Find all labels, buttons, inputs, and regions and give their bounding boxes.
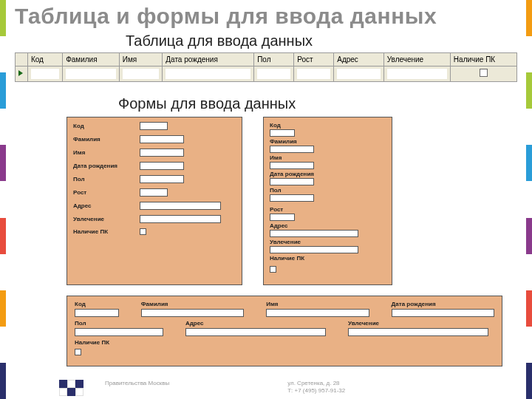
col-uvlechenie: Увлечение (383, 52, 450, 66)
label-imya: Имя (73, 149, 140, 156)
label-uvlechenie-b: Увлечение (270, 239, 386, 245)
col-pk: Наличие ПК (450, 52, 516, 66)
checkbox-pk-form-b[interactable] (270, 266, 276, 273)
data-entry-table: Код Фамилия Имя Дата рождения Пол Рост А… (15, 52, 517, 82)
form-columnar: Код Фамилия Имя Дата рождения Пол Рост А… (66, 117, 242, 285)
col-data: Дата рождения (163, 52, 254, 66)
label-familia: Фамилия (73, 136, 140, 143)
field-uvlechenie[interactable] (140, 215, 221, 223)
col-familia: Фамилия (63, 52, 120, 66)
label-data-b: Дата рождения (270, 171, 386, 177)
input-imya[interactable] (123, 69, 160, 79)
table-row[interactable] (16, 66, 517, 81)
label-uvlechenie-w: Увлечение (348, 320, 488, 327)
col-kod: Код (27, 52, 62, 66)
field-rost[interactable] (140, 188, 168, 197)
form-tabular: Код Фамилия Имя Дата рождения Пол Адрес … (66, 296, 502, 366)
footer-tel: Т: +7 (495) 957-91-32 (287, 387, 345, 395)
label-pk: Наличие ПК (73, 228, 140, 235)
label-pk-b: Наличие ПК (270, 255, 386, 262)
col-imya: Имя (119, 52, 163, 66)
field-adres-w[interactable] (185, 328, 326, 336)
slide-footer: Правительства Москвы ул. Сретенка, д. 28… (59, 380, 502, 396)
field-data-w[interactable] (392, 309, 494, 317)
table-header-row: Код Фамилия Имя Дата рождения Пол Рост А… (16, 52, 517, 66)
label-kod: Код (73, 123, 140, 129)
label-familia-b: Фамилия (270, 138, 386, 145)
footer-addr: ул. Сретенка, д. 28 (287, 380, 345, 387)
field-data-b[interactable] (270, 178, 314, 185)
col-adres: Адрес (334, 52, 384, 66)
label-adres-b: Адрес (270, 222, 386, 229)
field-imya-w[interactable] (266, 309, 369, 317)
label-pol: Пол (73, 176, 140, 183)
label-data: Дата рождения (73, 163, 140, 169)
logo-icon (59, 380, 95, 396)
label-familia-w: Фамилия (141, 301, 244, 307)
field-familia-w[interactable] (141, 309, 244, 317)
field-adres-b[interactable] (270, 230, 358, 237)
label-pol-w: Пол (75, 320, 163, 327)
label-imya-w: Имя (266, 301, 369, 307)
label-rost-b: Рост (270, 206, 386, 213)
label-pk-w: Наличие ПК (75, 339, 109, 346)
field-pol-w[interactable] (75, 328, 163, 336)
field-kod[interactable] (140, 122, 168, 130)
input-rost[interactable] (297, 69, 330, 79)
page-title: Таблица и формы для ввода данных (15, 4, 517, 28)
field-uvlechenie-w[interactable] (348, 328, 488, 336)
input-data[interactable] (166, 69, 250, 79)
row-selector-icon[interactable] (16, 66, 28, 81)
label-rost: Рост (73, 189, 140, 196)
field-data[interactable] (140, 162, 184, 170)
field-imya[interactable] (140, 149, 184, 157)
col-rost: Рост (294, 52, 334, 66)
label-uvlechenie: Увлечение (73, 216, 140, 222)
table-section-heading: Таблица для ввода данных (126, 33, 517, 50)
field-kod-w[interactable] (75, 309, 119, 317)
input-adres[interactable] (337, 69, 381, 79)
label-kod-w: Код (75, 301, 119, 307)
footer-org: Правительства Москвы (105, 380, 169, 387)
input-kod[interactable] (31, 69, 59, 79)
field-uvlechenie-b[interactable] (270, 246, 358, 253)
field-pol-b[interactable] (270, 194, 314, 202)
input-familia[interactable] (66, 69, 116, 79)
label-imya-b: Имя (270, 154, 386, 161)
input-pol[interactable] (257, 69, 290, 79)
field-rost-b[interactable] (270, 214, 295, 221)
col-pol: Пол (254, 52, 294, 66)
input-uvlechenie[interactable] (387, 69, 447, 79)
checkbox-pk[interactable] (480, 69, 488, 77)
field-familia[interactable] (140, 135, 184, 143)
label-pol-b: Пол (270, 187, 386, 194)
label-adres-w: Адрес (185, 320, 326, 327)
field-adres[interactable] (140, 202, 221, 210)
field-imya-b[interactable] (270, 162, 314, 169)
label-adres: Адрес (73, 202, 140, 209)
forms-section-heading: Формы для ввода данных (118, 95, 517, 112)
label-kod-b: Код (270, 122, 386, 129)
field-pol[interactable] (140, 175, 184, 183)
label-data-w: Дата рождения (392, 301, 494, 307)
field-kod-b[interactable] (270, 129, 295, 137)
checkbox-pk-form-w[interactable] (75, 349, 81, 355)
checkbox-pk-form-a[interactable] (140, 228, 146, 235)
field-familia-b[interactable] (270, 146, 314, 153)
form-stacked: Код Фамилия Имя Дата рождения Пол Рост А… (263, 117, 392, 285)
